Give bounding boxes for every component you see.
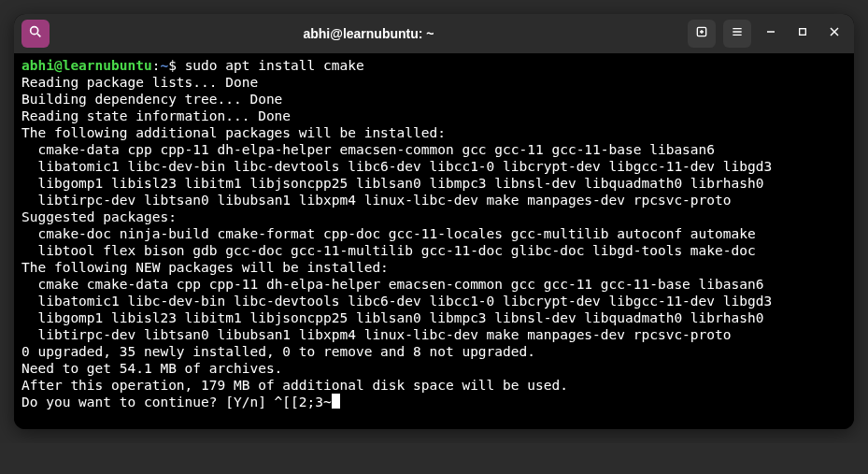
search-icon [28,24,43,43]
output-line: After this operation, 179 MB of addition… [21,378,568,393]
svg-rect-9 [800,29,806,36]
new-tab-icon [694,24,709,43]
output-line: libgomp1 libisl23 libitm1 libjsoncpp25 l… [37,176,763,191]
output-line: The following additional packages will b… [21,125,446,140]
minimize-button[interactable] [759,20,783,48]
new-tab-button[interactable] [688,20,716,48]
output-line: cmake-doc ninja-build cmake-format cpp-d… [37,226,755,241]
output-line: cmake cmake-data cpp cpp-11 dh-elpa-help… [37,277,763,292]
svg-point-0 [31,27,38,35]
output-line: 0 upgraded, 35 newly installed, 0 to rem… [21,344,535,359]
svg-line-1 [37,34,40,36]
output-line: libatomic1 libc-dev-bin libc-devtools li… [37,159,772,174]
prompt-path: ~ [160,58,168,73]
close-icon [827,24,842,43]
close-button[interactable] [822,20,847,48]
minimize-icon [763,24,778,43]
cursor [332,394,340,409]
output-line: Need to get 54.1 MB of archives. [21,361,282,376]
titlebar: abhi@learnubuntu: ~ [14,14,854,53]
output-line: libatomic1 libc-dev-bin libc-devtools li… [37,294,772,309]
maximize-icon [795,24,810,43]
hamburger-menu-button[interactable] [723,20,751,48]
output-line: libtool flex bison gdb gcc-doc gcc-11-mu… [37,243,755,258]
terminal-output[interactable]: abhi@learnubuntu:~$ sudo apt install cma… [14,53,854,429]
prompt-continue: Do you want to continue? [Y/n] ^[[2;3~ [21,395,332,409]
output-line: Reading package lists... Done [21,75,258,90]
terminal-window: abhi@learnubuntu: ~ [14,14,854,429]
maximize-button[interactable] [790,20,815,48]
output-line: The following NEW packages will be insta… [21,260,389,275]
output-line: Reading state information... Done [21,108,291,123]
output-line: cmake-data cpp cpp-11 dh-elpa-helper ema… [37,142,715,157]
prompt-dollar: $ [168,58,177,73]
output-line: libgomp1 libisl23 libitm1 libjsoncpp25 l… [37,310,763,325]
output-line: libtirpc-dev libtsan0 libubsan1 libxpm4 … [37,193,731,208]
output-line: libtirpc-dev libtsan0 libubsan1 libxpm4 … [37,327,731,342]
prompt-user-host: abhi@learnubuntu [21,58,152,73]
hamburger-icon [730,24,745,43]
window-title: abhi@learnubuntu: ~ [57,26,680,41]
command-text: sudo apt install cmake [185,58,364,73]
search-button[interactable] [21,20,50,48]
output-line: Building dependency tree... Done [21,92,282,107]
output-line: Suggested packages: [21,209,177,224]
